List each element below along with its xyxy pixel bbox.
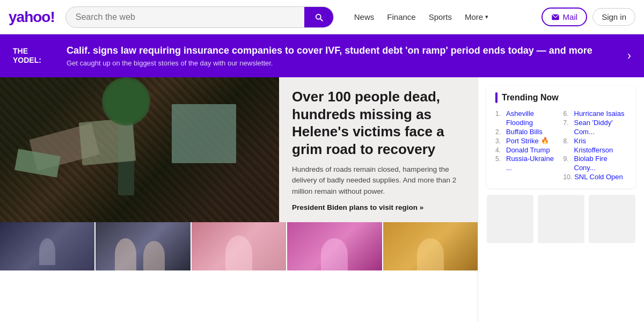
yodel-label: THEYODEL: [13, 47, 56, 65]
ad-box-1 [487, 195, 533, 243]
yodel-content: Calif. signs law requiring insurance com… [67, 45, 619, 67]
fire-icon: 🔥 [541, 137, 549, 144]
nav-news[interactable]: News [349, 8, 380, 26]
thumb-item-1[interactable] [0, 222, 96, 270]
yahoo-logo[interactable]: yahoo! [9, 9, 55, 26]
trending-title: Trending Now [502, 93, 559, 103]
trending-grid: 1. Asheville Flooding 2. Buffalo Bills 3… [495, 109, 627, 182]
hero-link[interactable]: President Biden plans to visit region » [292, 203, 465, 211]
mail-icon [551, 13, 560, 21]
signin-button[interactable]: Sign in [592, 8, 635, 26]
nav-finance[interactable]: Finance [382, 8, 421, 26]
hero-image-inner [0, 77, 279, 222]
trending-section: Trending Now 1. Asheville Flooding 2. Bu… [487, 86, 635, 188]
thumb-item-3[interactable] [192, 222, 287, 270]
trend-item-2[interactable]: 2. Buffalo Bills [495, 128, 559, 137]
thumb-face2 [143, 241, 165, 270]
yodel-banner[interactable]: THEYODEL: Calif. signs law requiring ins… [0, 34, 644, 77]
main-nav: News Finance Sports More ▾ [349, 8, 494, 26]
trend-item-5[interactable]: 5. Russia-Ukraine ... [495, 155, 559, 173]
hero-body: Hundreds of roads remain closed, hamperi… [292, 164, 465, 197]
trend-item-4[interactable]: 4. Donald Trump [495, 146, 559, 155]
trend-item-3[interactable]: 3. Port Strike 🔥 [495, 137, 559, 146]
header-actions: Mail Sign in [541, 8, 635, 26]
trending-header: Trending Now [495, 92, 627, 103]
trend-item-8[interactable]: 8. Kris Kristofferson [564, 137, 627, 155]
yodel-next-arrow[interactable]: › [627, 49, 631, 63]
ad-placeholder [487, 195, 635, 243]
trending-left-col: 1. Asheville Flooding 2. Buffalo Bills 3… [495, 109, 559, 182]
trending-bar-decoration [495, 92, 497, 103]
thumb-figure3 [225, 236, 252, 270]
trending-right-col: 6. Hurricane Isaias 7. Sean 'Diddy' Com.… [564, 109, 627, 182]
hero-story[interactable]: Over 100 people dead, hundreds missing a… [0, 77, 478, 222]
news-section: Over 100 people dead, hundreds missing a… [0, 77, 478, 322]
nav-more[interactable]: More ▾ [459, 8, 494, 26]
trend-item-7[interactable]: 7. Sean 'Diddy' Com... [564, 119, 627, 137]
thumb-item-2[interactable] [96, 222, 191, 270]
thumb-item-5[interactable] [383, 222, 478, 270]
debris-element3 [79, 118, 136, 165]
ad-box-2 [538, 195, 584, 243]
search-bar [65, 6, 334, 28]
yodel-headline: Calif. signs law requiring insurance com… [67, 45, 619, 57]
sidebar: Trending Now 1. Asheville Flooding 2. Bu… [478, 77, 644, 322]
trend-item-9[interactable]: 9. Biolab Fire Cony... [564, 155, 627, 173]
building-element [172, 104, 236, 163]
thumbnail-strip [0, 222, 478, 270]
header: yahoo! News Finance Sports More ▾ Mail S… [0, 0, 644, 34]
hero-image [0, 77, 279, 222]
trend-item-6[interactable]: 6. Hurricane Isaias [564, 109, 627, 119]
mail-button[interactable]: Mail [541, 8, 588, 26]
hero-headline: Over 100 people dead, hundreds missing a… [292, 88, 465, 158]
trend-item-1[interactable]: 1. Asheville Flooding [495, 109, 559, 128]
ad-box-3 [589, 195, 635, 243]
thumb-item-4[interactable] [287, 222, 383, 270]
chevron-down-icon: ▾ [485, 13, 488, 20]
thumb-face1 [115, 238, 136, 270]
trend-item-10[interactable]: 10. SNL Cold Open [564, 173, 627, 182]
thumb-figure5 [417, 238, 444, 270]
thumb-figure [39, 238, 55, 265]
search-input[interactable] [66, 7, 304, 27]
search-button[interactable] [304, 7, 333, 27]
hero-text-panel: Over 100 people dead, hundreds missing a… [279, 77, 478, 222]
thumb-figure4 [321, 238, 348, 270]
main-content: Over 100 people dead, hundreds missing a… [0, 77, 644, 322]
search-icon [314, 12, 324, 22]
yodel-subtext: Get caught up on the biggest stories of … [67, 59, 619, 67]
nav-sports[interactable]: Sports [423, 8, 457, 26]
